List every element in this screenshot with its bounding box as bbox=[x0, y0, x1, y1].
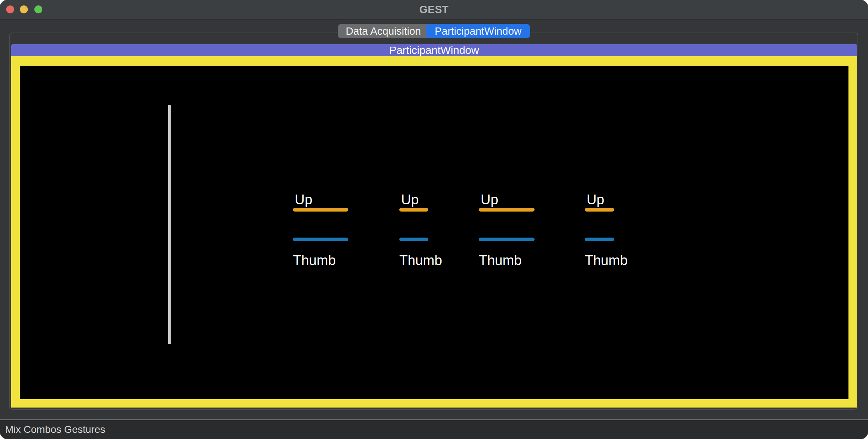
gesture-thumb-label: Thumb bbox=[585, 253, 627, 267]
thumb-gesture-line bbox=[585, 238, 614, 241]
gesture-up-label: Up bbox=[587, 193, 604, 206]
thumb-gesture-line bbox=[479, 238, 535, 241]
up-gesture-line bbox=[585, 208, 614, 212]
tab-bar: Data Acquisition ParticipantWindow bbox=[338, 24, 530, 38]
gesture-group: UpThumb bbox=[585, 66, 614, 399]
up-gesture-line bbox=[479, 208, 535, 212]
tab-data-acquisition[interactable]: Data Acquisition bbox=[338, 24, 431, 38]
progress-cursor-line bbox=[168, 105, 171, 344]
app-window: GEST Data Acquisition ParticipantWindow … bbox=[0, 0, 868, 439]
gesture-up-label: Up bbox=[401, 193, 419, 206]
up-gesture-line bbox=[293, 208, 348, 212]
participant-canvas-border: UpThumbUpThumbUpThumbUpThumb bbox=[11, 56, 857, 408]
window-title: GEST bbox=[0, 0, 868, 19]
gesture-thumb-label: Thumb bbox=[293, 253, 336, 267]
gesture-thumb-label: Thumb bbox=[399, 253, 442, 267]
title-bar: GEST bbox=[0, 0, 868, 20]
gesture-group: UpThumb bbox=[399, 66, 428, 399]
gesture-up-label: Up bbox=[295, 193, 312, 206]
gesture-thumb-label: Thumb bbox=[479, 253, 522, 267]
gesture-canvas: UpThumbUpThumbUpThumbUpThumb bbox=[20, 66, 848, 399]
status-bar: Mix Combos Gestures bbox=[0, 420, 868, 439]
gesture-up-label: Up bbox=[481, 193, 498, 206]
status-text: Mix Combos Gestures bbox=[5, 420, 868, 439]
gesture-group: UpThumb bbox=[479, 66, 535, 399]
thumb-gesture-line bbox=[293, 238, 348, 241]
thumb-gesture-line bbox=[399, 238, 428, 241]
participant-window-header: ParticipantWindow bbox=[11, 44, 857, 56]
up-gesture-line bbox=[399, 208, 428, 212]
gesture-group: UpThumb bbox=[293, 66, 348, 399]
tab-participant-window[interactable]: ParticipantWindow bbox=[426, 24, 530, 38]
